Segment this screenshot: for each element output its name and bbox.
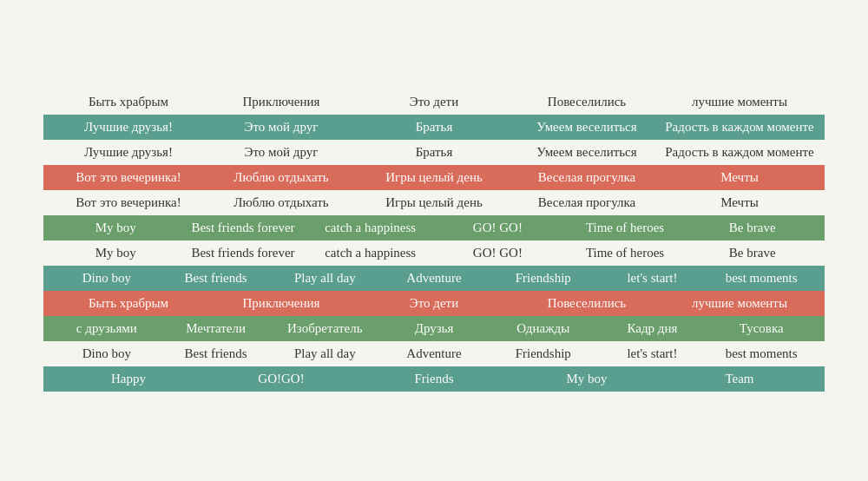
cell-2-3: Умеем веселиться (510, 145, 663, 160)
cell-7-6: best moments (707, 271, 816, 286)
cell-9-4: Однажды (489, 321, 598, 336)
cell-0-2: Это дети (358, 95, 510, 109)
cell-4-0: Вот это вечеринка! (52, 195, 205, 210)
cell-6-2: catch a happiness (306, 246, 434, 260)
cell-11-1: GO!GO! (205, 372, 358, 386)
cell-1-2: Братья (358, 120, 510, 135)
cell-2-0: Лучшие друзья! (52, 145, 205, 160)
cell-5-2: catch a happiness (306, 221, 434, 235)
cell-3-4: Мечты (663, 170, 816, 185)
cell-4-1: Люблю отдыхать (205, 195, 358, 210)
row-9: с друзьямиМечтателиИзобретательДрузьяОдн… (43, 316, 825, 341)
main-container: Быть храбрымПриключенияЭто детиПовеселил… (43, 89, 825, 392)
cell-8-1: Приключения (205, 296, 358, 311)
cell-10-2: Play all day (270, 346, 379, 361)
cell-5-4: Time of heroes (562, 221, 689, 235)
cell-11-4: Team (663, 372, 816, 386)
cell-1-0: Лучшие друзья! (52, 120, 205, 135)
cell-2-2: Братья (358, 145, 510, 160)
cell-11-2: Friends (358, 372, 510, 386)
cell-7-3: Adventure (379, 271, 489, 286)
cell-6-0: My boy (52, 246, 180, 260)
cell-8-0: Быть храбрым (52, 296, 205, 311)
cell-10-0: Dino boy (52, 346, 161, 361)
cell-0-4: лучшие моменты (663, 95, 816, 109)
cell-5-5: Be brave (688, 221, 816, 235)
cell-10-6: best moments (707, 346, 816, 361)
cell-8-4: лучшие моменты (663, 296, 816, 311)
cell-3-0: Вот это вечеринка! (52, 170, 205, 185)
row-0: Быть храбрымПриключенияЭто детиПовеселил… (43, 89, 825, 115)
cell-11-0: Happy (52, 372, 205, 386)
cell-9-1: Мечтатели (161, 321, 271, 336)
cell-7-5: let's start! (598, 271, 707, 286)
cell-1-3: Умеем веселиться (510, 120, 663, 135)
cell-6-1: Best friends forever (180, 246, 307, 260)
cell-9-5: Кадр дня (598, 321, 707, 336)
cell-7-4: Friendship (489, 271, 598, 286)
cell-5-0: My boy (52, 221, 180, 235)
cell-10-3: Adventure (379, 346, 489, 361)
row-1: Лучшие друзья!Это мой другБратьяУмеем ве… (43, 115, 825, 140)
row-7: Dino boyBest friendsPlay all dayAdventur… (43, 266, 825, 291)
cell-6-5: Be brave (688, 246, 816, 260)
cell-8-3: Повеселились (510, 296, 663, 311)
cell-7-2: Play all day (270, 271, 379, 286)
cell-4-4: Мечты (663, 195, 816, 210)
cell-10-1: Best friends (161, 346, 271, 361)
cell-5-3: GO! GO! (434, 221, 562, 235)
row-8: Быть храбрымПриключенияЭто детиПовеселил… (43, 291, 825, 316)
row-2: Лучшие друзья!Это мой другБратьяУмеем ве… (43, 140, 825, 165)
cell-2-1: Это мой друг (205, 145, 358, 160)
cell-1-1: Это мой друг (205, 120, 358, 135)
row-3: Вот это вечеринка!Люблю отдыхатьИгры цел… (43, 165, 825, 190)
cell-3-1: Люблю отдыхать (205, 170, 358, 185)
row-5: My boyBest friends forevercatch a happin… (43, 215, 825, 240)
cell-6-3: GO! GO! (434, 246, 562, 260)
row-6: My boyBest friends forevercatch a happin… (43, 240, 825, 266)
cell-0-1: Приключения (205, 95, 358, 109)
cell-9-2: Изобретатель (270, 321, 379, 336)
cell-7-1: Best friends (161, 271, 271, 286)
cell-10-4: Friendship (489, 346, 598, 361)
cell-9-3: Друзья (379, 321, 489, 336)
cell-7-0: Dino boy (52, 271, 161, 286)
cell-9-0: с друзьями (52, 321, 161, 336)
cell-8-2: Это дети (358, 296, 510, 311)
cell-5-1: Best friends forever (180, 221, 307, 235)
cell-4-3: Веселая прогулка (510, 195, 663, 210)
row-10: Dino boyBest friendsPlay all dayAdventur… (43, 341, 825, 366)
cell-1-4: Радость в каждом моменте (663, 120, 816, 135)
row-11: HappyGO!GO!FriendsMy boyTeam (43, 366, 825, 392)
cell-3-2: Игры целый день (358, 170, 510, 185)
cell-6-4: Time of heroes (562, 246, 689, 260)
cell-3-3: Веселая прогулка (510, 170, 663, 185)
row-4: Вот это вечеринка!Люблю отдыхатьИгры цел… (43, 190, 825, 215)
cell-0-3: Повеселились (510, 95, 663, 109)
cell-4-2: Игры целый день (358, 195, 510, 210)
cell-11-3: My boy (510, 372, 663, 386)
cell-9-6: Тусовка (707, 321, 816, 336)
cell-10-5: let's start! (598, 346, 707, 361)
cell-0-0: Быть храбрым (52, 95, 205, 109)
cell-2-4: Радость в каждом моменте (663, 145, 816, 160)
